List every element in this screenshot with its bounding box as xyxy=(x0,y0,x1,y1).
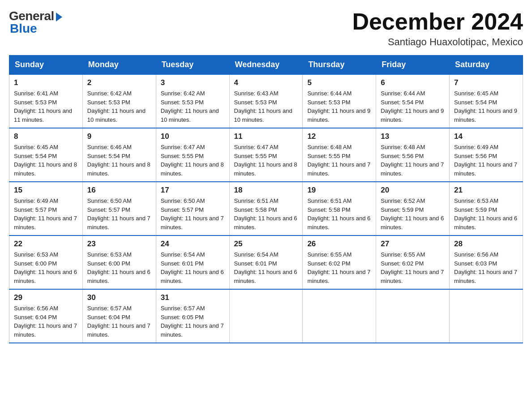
day-number: 13 xyxy=(381,132,445,141)
calendar-day-header: Friday xyxy=(376,56,450,75)
day-number: 24 xyxy=(161,240,225,248)
calendar-day-cell: 25 Sunrise: 6:54 AM Sunset: 6:01 PM Dayl… xyxy=(229,235,303,289)
day-number: 27 xyxy=(381,240,445,248)
day-info: Sunrise: 6:51 AM Sunset: 5:58 PM Dayligh… xyxy=(234,197,298,231)
day-number: 26 xyxy=(307,240,371,248)
day-number: 29 xyxy=(14,293,78,302)
day-number: 8 xyxy=(14,132,78,141)
calendar-day-cell: 2 Sunrise: 6:42 AM Sunset: 5:53 PM Dayli… xyxy=(82,74,156,128)
day-info: Sunrise: 6:47 AM Sunset: 5:55 PM Dayligh… xyxy=(161,143,225,178)
day-number: 2 xyxy=(87,78,151,87)
calendar-day-cell: 20 Sunrise: 6:52 AM Sunset: 5:59 PM Dayl… xyxy=(376,182,450,235)
day-info: Sunrise: 6:56 AM Sunset: 6:03 PM Dayligh… xyxy=(454,250,518,285)
calendar-day-cell: 24 Sunrise: 6:54 AM Sunset: 6:01 PM Dayl… xyxy=(156,235,229,289)
calendar-day-cell: 22 Sunrise: 6:53 AM Sunset: 6:00 PM Dayl… xyxy=(9,235,83,289)
calendar-day-cell: 21 Sunrise: 6:53 AM Sunset: 5:59 PM Dayl… xyxy=(450,182,523,235)
calendar-day-cell: 30 Sunrise: 6:57 AM Sunset: 6:04 PM Dayl… xyxy=(82,289,156,343)
month-title: December 2024 xyxy=(352,9,523,34)
day-number: 3 xyxy=(161,78,225,87)
day-info: Sunrise: 6:43 AM Sunset: 5:53 PM Dayligh… xyxy=(234,89,298,124)
calendar-day-cell xyxy=(376,289,450,343)
calendar-day-cell: 17 Sunrise: 6:50 AM Sunset: 5:57 PM Dayl… xyxy=(156,182,229,235)
calendar-day-cell: 27 Sunrise: 6:55 AM Sunset: 6:02 PM Dayl… xyxy=(376,235,450,289)
day-number: 5 xyxy=(307,78,371,87)
day-info: Sunrise: 6:52 AM Sunset: 5:59 PM Dayligh… xyxy=(381,197,445,231)
day-number: 12 xyxy=(307,132,371,141)
calendar-day-cell: 5 Sunrise: 6:44 AM Sunset: 5:53 PM Dayli… xyxy=(303,74,376,128)
day-number: 25 xyxy=(234,240,298,248)
calendar-day-cell: 12 Sunrise: 6:48 AM Sunset: 5:55 PM Dayl… xyxy=(303,128,376,182)
calendar-day-cell xyxy=(303,289,376,343)
calendar-week-row: 29 Sunrise: 6:56 AM Sunset: 6:04 PM Dayl… xyxy=(9,289,523,343)
day-info: Sunrise: 6:57 AM Sunset: 6:04 PM Dayligh… xyxy=(87,304,151,339)
calendar-week-row: 15 Sunrise: 6:49 AM Sunset: 5:57 PM Dayl… xyxy=(9,182,523,235)
day-info: Sunrise: 6:41 AM Sunset: 5:53 PM Dayligh… xyxy=(14,89,78,124)
calendar-week-row: 1 Sunrise: 6:41 AM Sunset: 5:53 PM Dayli… xyxy=(9,74,523,128)
logo-arrow-icon xyxy=(56,13,62,21)
calendar-day-cell: 4 Sunrise: 6:43 AM Sunset: 5:53 PM Dayli… xyxy=(229,74,303,128)
day-info: Sunrise: 6:55 AM Sunset: 6:02 PM Dayligh… xyxy=(381,250,445,285)
day-info: Sunrise: 6:50 AM Sunset: 5:57 PM Dayligh… xyxy=(87,197,151,231)
day-info: Sunrise: 6:46 AM Sunset: 5:54 PM Dayligh… xyxy=(87,143,151,178)
day-info: Sunrise: 6:44 AM Sunset: 5:53 PM Dayligh… xyxy=(307,89,371,124)
calendar-day-cell: 31 Sunrise: 6:57 AM Sunset: 6:05 PM Dayl… xyxy=(156,289,229,343)
calendar-day-cell: 6 Sunrise: 6:44 AM Sunset: 5:54 PM Dayli… xyxy=(376,74,450,128)
day-info: Sunrise: 6:54 AM Sunset: 6:01 PM Dayligh… xyxy=(161,250,225,285)
day-number: 19 xyxy=(307,186,371,195)
calendar-day-header: Sunday xyxy=(9,56,83,75)
day-info: Sunrise: 6:53 AM Sunset: 5:59 PM Dayligh… xyxy=(454,197,518,231)
calendar-day-cell: 11 Sunrise: 6:47 AM Sunset: 5:55 PM Dayl… xyxy=(229,128,303,182)
logo: General Blue xyxy=(9,9,62,36)
day-info: Sunrise: 6:53 AM Sunset: 6:00 PM Dayligh… xyxy=(14,250,78,285)
day-info: Sunrise: 6:49 AM Sunset: 5:57 PM Dayligh… xyxy=(14,197,78,231)
calendar-day-header: Thursday xyxy=(303,56,376,75)
day-info: Sunrise: 6:50 AM Sunset: 5:57 PM Dayligh… xyxy=(161,197,225,231)
day-info: Sunrise: 6:48 AM Sunset: 5:55 PM Dayligh… xyxy=(307,143,371,178)
calendar-day-header: Saturday xyxy=(450,56,523,75)
day-number: 15 xyxy=(14,186,78,195)
calendar-day-cell: 28 Sunrise: 6:56 AM Sunset: 6:03 PM Dayl… xyxy=(450,235,523,289)
calendar-day-cell xyxy=(450,289,523,343)
day-number: 4 xyxy=(234,78,298,87)
calendar-day-cell: 8 Sunrise: 6:45 AM Sunset: 5:54 PM Dayli… xyxy=(9,128,83,182)
day-number: 21 xyxy=(454,186,518,195)
calendar-day-cell: 18 Sunrise: 6:51 AM Sunset: 5:58 PM Dayl… xyxy=(229,182,303,235)
day-info: Sunrise: 6:42 AM Sunset: 5:53 PM Dayligh… xyxy=(87,89,151,124)
calendar-day-cell: 13 Sunrise: 6:48 AM Sunset: 5:56 PM Dayl… xyxy=(376,128,450,182)
title-block: December 2024 Santiago Huaxolotipac, Mex… xyxy=(352,9,523,48)
day-info: Sunrise: 6:55 AM Sunset: 6:02 PM Dayligh… xyxy=(307,250,371,285)
calendar-day-cell: 23 Sunrise: 6:53 AM Sunset: 6:00 PM Dayl… xyxy=(82,235,156,289)
day-info: Sunrise: 6:48 AM Sunset: 5:56 PM Dayligh… xyxy=(381,143,445,178)
calendar-table: SundayMondayTuesdayWednesdayThursdayFrid… xyxy=(9,55,523,343)
day-number: 30 xyxy=(87,293,151,302)
day-info: Sunrise: 6:45 AM Sunset: 5:54 PM Dayligh… xyxy=(454,89,518,124)
day-info: Sunrise: 6:44 AM Sunset: 5:54 PM Dayligh… xyxy=(381,89,445,124)
page-header: General Blue December 2024 Santiago Huax… xyxy=(9,9,523,48)
day-info: Sunrise: 6:49 AM Sunset: 5:56 PM Dayligh… xyxy=(454,143,518,178)
day-number: 10 xyxy=(161,132,225,141)
day-number: 20 xyxy=(381,186,445,195)
day-number: 16 xyxy=(87,186,151,195)
day-number: 7 xyxy=(454,78,518,87)
location-title: Santiago Huaxolotipac, Mexico xyxy=(352,36,523,48)
calendar-week-row: 8 Sunrise: 6:45 AM Sunset: 5:54 PM Dayli… xyxy=(9,128,523,182)
day-number: 1 xyxy=(14,78,78,87)
calendar-week-row: 22 Sunrise: 6:53 AM Sunset: 6:00 PM Dayl… xyxy=(9,235,523,289)
calendar-header-row: SundayMondayTuesdayWednesdayThursdayFrid… xyxy=(9,56,523,75)
calendar-day-cell: 16 Sunrise: 6:50 AM Sunset: 5:57 PM Dayl… xyxy=(82,182,156,235)
day-info: Sunrise: 6:47 AM Sunset: 5:55 PM Dayligh… xyxy=(234,143,298,178)
day-info: Sunrise: 6:51 AM Sunset: 5:58 PM Dayligh… xyxy=(307,197,371,231)
day-info: Sunrise: 6:42 AM Sunset: 5:53 PM Dayligh… xyxy=(161,89,225,124)
day-number: 22 xyxy=(14,240,78,248)
day-number: 9 xyxy=(87,132,151,141)
day-number: 6 xyxy=(381,78,445,87)
day-info: Sunrise: 6:54 AM Sunset: 6:01 PM Dayligh… xyxy=(234,250,298,285)
day-number: 17 xyxy=(161,186,225,195)
day-number: 14 xyxy=(454,132,518,141)
calendar-day-header: Tuesday xyxy=(156,56,229,75)
day-info: Sunrise: 6:56 AM Sunset: 6:04 PM Dayligh… xyxy=(14,304,78,339)
calendar-day-cell: 9 Sunrise: 6:46 AM Sunset: 5:54 PM Dayli… xyxy=(82,128,156,182)
calendar-day-cell: 10 Sunrise: 6:47 AM Sunset: 5:55 PM Dayl… xyxy=(156,128,229,182)
calendar-day-cell: 7 Sunrise: 6:45 AM Sunset: 5:54 PM Dayli… xyxy=(450,74,523,128)
calendar-day-cell: 29 Sunrise: 6:56 AM Sunset: 6:04 PM Dayl… xyxy=(9,289,83,343)
